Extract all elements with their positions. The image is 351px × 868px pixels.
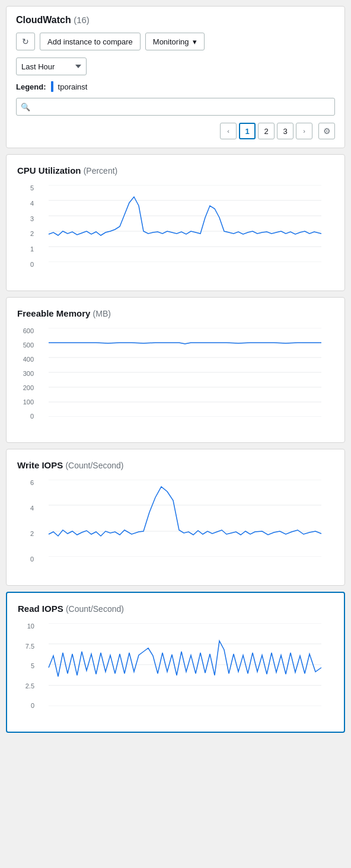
prev-icon: ‹ xyxy=(227,127,229,135)
write-iops-title: Write IOPS (Count/Second) xyxy=(17,460,334,470)
prev-page-button[interactable]: ‹ xyxy=(220,123,237,139)
time-range-select[interactable]: Last Hour Last 3 Hours Last 24 Hours Las… xyxy=(16,58,87,75)
read-iops-y-75: 7.5 xyxy=(25,643,34,650)
memory-y-600: 600 xyxy=(23,328,34,334)
settings-button[interactable]: ⚙ xyxy=(318,123,335,139)
read-iops-title-text: Read IOPS xyxy=(18,604,63,614)
page-3-label: 3 xyxy=(283,127,287,136)
read-iops-y-25: 2.5 xyxy=(25,683,34,690)
pagination-row: ‹ 1 2 3 › ⚙ xyxy=(16,123,335,139)
page-2-label: 2 xyxy=(264,127,268,136)
memory-y-100: 100 xyxy=(23,399,34,406)
legend-label: Legend: xyxy=(16,82,46,91)
page-2-button[interactable]: 2 xyxy=(258,123,275,139)
monitoring-dropdown-arrow: ▾ xyxy=(193,37,197,46)
cpu-utilization-card: CPU Utilization (Percent) 5 4 3 2 1 0 xyxy=(6,154,345,291)
write-iops-y-4: 4 xyxy=(30,505,34,512)
write-iops-title-text: Write IOPS xyxy=(17,460,63,470)
toolbar-row: ↻ Add instance to compare Monitoring ▾ xyxy=(16,33,335,50)
freeable-memory-card: Freeable Memory (MB) 600 500 400 300 200… xyxy=(6,297,345,443)
read-iops-chart-area: 10 7.5 5 2.5 0 09/24 10:30 09/24 11:00 xyxy=(18,623,333,721)
read-iops-y-10: 10 xyxy=(27,623,34,630)
write-iops-y-0: 0 xyxy=(30,556,34,563)
legend-row: Legend: tporainst xyxy=(16,81,335,92)
memory-y-0: 0 xyxy=(30,413,34,420)
settings-icon: ⚙ xyxy=(323,126,331,136)
memory-title: Freeable Memory (MB) xyxy=(17,308,334,318)
cpu-y-4: 4 xyxy=(30,200,34,207)
refresh-icon: ↻ xyxy=(22,37,29,46)
read-iops-y-labels: 10 7.5 5 2.5 0 xyxy=(18,623,34,709)
title-text: CloudWatch xyxy=(16,15,71,25)
next-icon: › xyxy=(303,127,305,135)
memory-y-labels: 600 500 400 300 200 100 0 xyxy=(17,328,34,420)
read-iops-y-0: 0 xyxy=(31,703,34,709)
write-iops-card: Write IOPS (Count/Second) 6 4 2 0 09/24 … xyxy=(6,449,345,586)
write-iops-y-6: 6 xyxy=(30,480,34,486)
page-1-label: 1 xyxy=(245,127,249,136)
read-iops-title: Read IOPS (Count/Second) xyxy=(18,604,333,614)
cpu-chart-area: 5 4 3 2 1 0 09/24 10:30 09/24 xyxy=(17,185,334,280)
write-iops-chart-area: 6 4 2 0 09/24 10:30 09/24 11:00 xyxy=(17,480,334,575)
memory-y-500: 500 xyxy=(23,342,34,349)
cpu-y-1: 1 xyxy=(30,246,34,253)
memory-chart-svg: 09/24 10:30 09/24 11:00 xyxy=(36,328,334,417)
monitoring-button[interactable]: Monitoring ▾ xyxy=(145,33,205,50)
cpu-unit: (Percent) xyxy=(84,166,118,175)
header-section: CloudWatch (16) ↻ Add instance to compar… xyxy=(6,6,345,148)
read-iops-chart-svg: 09/24 10:30 09/24 11:00 xyxy=(37,623,333,706)
memory-unit: (MB) xyxy=(93,309,111,318)
cpu-y-3: 3 xyxy=(30,216,34,222)
cpu-chart-svg: 09/24 10:30 09/24 11:00 xyxy=(36,185,334,262)
search-input[interactable] xyxy=(16,98,335,116)
add-instance-button[interactable]: Add instance to compare xyxy=(40,33,141,50)
memory-y-400: 400 xyxy=(23,356,34,363)
next-page-button[interactable]: › xyxy=(296,123,312,139)
cloudwatch-count: (16) xyxy=(74,15,90,25)
memory-y-200: 200 xyxy=(23,385,34,391)
page-1-button[interactable]: 1 xyxy=(239,123,256,139)
search-icon: 🔍 xyxy=(21,103,30,111)
read-iops-card: Read IOPS (Count/Second) 10 7.5 5 2.5 0 … xyxy=(6,592,345,733)
memory-chart-area: 600 500 400 300 200 100 0 09/24 xyxy=(17,328,334,432)
monitoring-label: Monitoring xyxy=(153,37,189,46)
refresh-button[interactable]: ↻ xyxy=(16,33,35,50)
cpu-title-text: CPU Utilization xyxy=(17,165,81,175)
search-row: 🔍 xyxy=(16,98,335,116)
write-iops-chart-svg: 09/24 10:30 09/24 11:00 xyxy=(36,480,334,557)
page-3-button[interactable]: 3 xyxy=(277,123,293,139)
write-iops-unit: (Count/Second) xyxy=(65,461,123,470)
cpu-y-labels: 5 4 3 2 1 0 xyxy=(17,185,34,268)
cpu-y-5: 5 xyxy=(30,185,34,192)
search-wrapper: 🔍 xyxy=(16,98,335,116)
cpu-y-2: 2 xyxy=(30,231,34,237)
memory-title-text: Freeable Memory xyxy=(17,308,90,318)
cpu-title: CPU Utilization (Percent) xyxy=(17,165,334,175)
cloudwatch-title: CloudWatch (16) xyxy=(16,15,335,25)
legend-instance-name: tporainst xyxy=(58,82,88,91)
memory-y-300: 300 xyxy=(23,371,34,377)
write-iops-y-labels: 6 4 2 0 xyxy=(17,480,34,563)
read-iops-y-5: 5 xyxy=(31,663,34,669)
write-iops-y-2: 2 xyxy=(30,531,34,537)
cpu-y-0: 0 xyxy=(30,261,34,268)
legend-color-bar xyxy=(51,81,53,92)
dropdown-row: Last Hour Last 3 Hours Last 24 Hours Las… xyxy=(16,58,335,75)
read-iops-unit: (Count/Second) xyxy=(66,604,124,614)
main-container: CloudWatch (16) ↻ Add instance to compar… xyxy=(0,0,351,745)
